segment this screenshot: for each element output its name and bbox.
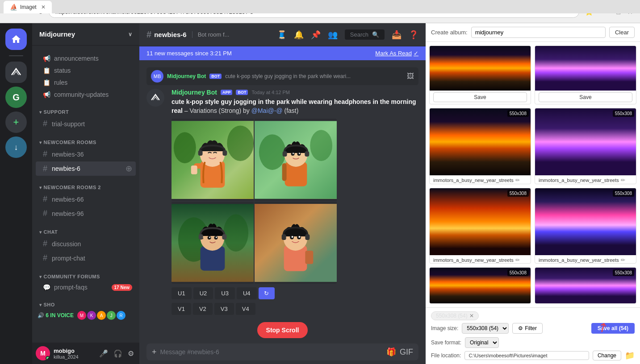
- channel-prompt-chat[interactable]: # prompt-chat: [36, 251, 136, 265]
- browser-tab[interactable]: ⛵ Imaget ✕: [4, 1, 52, 13]
- message-input[interactable]: [160, 348, 383, 356]
- u1-button[interactable]: U1: [172, 287, 192, 299]
- u3-button[interactable]: U3: [215, 287, 235, 299]
- section-newcomer-label[interactable]: NEWCOMER ROOMS: [32, 138, 139, 147]
- hash-icon: #: [43, 194, 47, 204]
- inbox-icon[interactable]: 📥: [392, 30, 402, 40]
- size-chip-remove[interactable]: ✕: [469, 313, 474, 319]
- new-messages-banner[interactable]: 11 new messages since 3:21 PM Mark As Re…: [139, 46, 426, 60]
- u2-button[interactable]: U2: [193, 287, 213, 299]
- hash-icon: #: [43, 253, 47, 263]
- image-cell-3[interactable]: [172, 202, 254, 284]
- svg-point-17: [293, 153, 294, 154]
- attach-button[interactable]: +: [152, 347, 157, 357]
- channel-section-forums: COMMUNITY FORUMS 💬 prompt-faqs 17 New: [32, 272, 139, 293]
- help-icon[interactable]: ❓: [409, 30, 418, 40]
- gift-button[interactable]: 🎁: [386, 347, 396, 357]
- edit-icon-4[interactable]: ✏: [621, 257, 625, 263]
- folder-button[interactable]: 📁: [625, 351, 635, 360]
- image-cell-2[interactable]: [255, 119, 337, 201]
- channel-newbies-6[interactable]: # newbies-6 ⊕: [36, 161, 136, 176]
- change-button[interactable]: Change: [593, 351, 621, 360]
- image-cell-1[interactable]: [172, 119, 254, 201]
- message-timestamp: Today at 4:12 PM: [251, 90, 290, 95]
- v4-button[interactable]: V4: [236, 303, 255, 315]
- refresh-button[interactable]: ↻: [259, 287, 275, 299]
- filter-button[interactable]: ⚙ Filter: [512, 323, 543, 334]
- clear-button[interactable]: Clear: [609, 27, 635, 38]
- pin-icon[interactable]: 📌: [311, 30, 321, 40]
- preview-message-text: cute k-pop style guy jogging in the park…: [225, 73, 351, 79]
- channel-trial-support[interactable]: # trial-support: [36, 117, 136, 131]
- section-support-label[interactable]: SUPPORT: [32, 108, 139, 116]
- image-footer-2: immotors_a_busy_new_year_streets ✏ Save: [535, 175, 636, 184]
- channel-community-updates[interactable]: 📢 community-updates: [36, 89, 136, 100]
- members-icon[interactable]: 👥: [328, 30, 338, 40]
- notification-icon[interactable]: 🔔: [294, 30, 304, 40]
- channel-discussion[interactable]: # discussion: [36, 237, 136, 251]
- channel-newbies-36[interactable]: # newbies-36: [36, 147, 136, 161]
- thread-icon[interactable]: 🧵: [277, 30, 287, 40]
- mention-tag[interactable]: @Mai@-@: [251, 107, 283, 114]
- server-header[interactable]: Midjourney ∨: [32, 23, 139, 46]
- server-midjourney[interactable]: [5, 62, 27, 83]
- channel-sidebar: Midjourney ∨ 📢 announcements 📋 status 📋 …: [32, 23, 139, 364]
- svg-rect-7: [191, 165, 197, 174]
- file-path-input[interactable]: [464, 351, 589, 360]
- tab-close-icon[interactable]: ✕: [41, 4, 46, 10]
- message-author: Midjourney Bot: [172, 89, 217, 96]
- mute-button[interactable]: 🎤: [97, 347, 110, 360]
- image-cell-4[interactable]: [255, 202, 337, 284]
- channel-prompt-faqs[interactable]: 💬 prompt-faqs 17 New: [36, 281, 136, 293]
- image-card-5: 550x308: [429, 267, 531, 304]
- settings-button[interactable]: ⚙: [126, 347, 136, 360]
- v3-button[interactable]: V3: [214, 303, 234, 315]
- server-home[interactable]: [5, 29, 27, 50]
- section-chat-label[interactable]: CHAT: [32, 228, 139, 236]
- channel-announcements[interactable]: 📢 announcements: [36, 53, 136, 64]
- message-content: Midjourney Bot APP BOT Today at 4:12 PM …: [172, 89, 418, 315]
- v2-button[interactable]: V2: [193, 303, 213, 315]
- image-card-6: 550x308: [535, 267, 636, 304]
- save-button-top-2[interactable]: Save: [539, 92, 632, 102]
- section-sho-label[interactable]: SHO: [32, 300, 139, 309]
- image-size-select[interactable]: 550x308 (54): [462, 323, 509, 334]
- tab-title: Imaget: [20, 4, 37, 10]
- stop-scroll-button[interactable]: Stop Scroll: [257, 322, 308, 338]
- edit-icon-2[interactable]: ✏: [621, 177, 625, 183]
- hash-icon: #: [43, 149, 47, 159]
- section-newcomer2-label[interactable]: NEWCOMER ROOMS 2: [32, 183, 139, 192]
- edit-icon-3[interactable]: ✏: [515, 257, 520, 263]
- edit-icon[interactable]: ✏: [515, 177, 520, 183]
- main-content: # newbies-6 Bot room f... 🧵 🔔 📌 👥 Search…: [139, 23, 426, 364]
- channel-newbies-96[interactable]: # newbies-96: [36, 207, 136, 220]
- save-format-select[interactable]: Original: [465, 337, 499, 348]
- gif-button[interactable]: GIF: [400, 347, 413, 357]
- image-size-badge-3: 550x308: [507, 190, 529, 197]
- u4-button[interactable]: U4: [237, 287, 257, 299]
- new-messages-text: 11 new messages since 3:21 PM: [146, 50, 232, 57]
- save-format-row: Save format: Original: [431, 337, 635, 348]
- save-button-top-1[interactable]: Save: [433, 92, 527, 102]
- server-add[interactable]: +: [5, 112, 27, 133]
- server-green[interactable]: G: [5, 87, 27, 108]
- server-download[interactable]: ↓: [5, 136, 27, 158]
- svg-point-24: [223, 214, 248, 252]
- image-footer-3: immotors_a_busy_new_year_streets ✏ Save: [430, 255, 531, 264]
- channel-newbies-96-label: newbies-96: [52, 210, 84, 217]
- mark-as-read-button[interactable]: Mark As Read ✓: [375, 50, 418, 57]
- album-input[interactable]: [471, 27, 606, 38]
- deafen-button[interactable]: 🎧: [112, 347, 124, 360]
- channel-section-support: SUPPORT # trial-support: [32, 108, 139, 131]
- search-box[interactable]: Search 🔍: [345, 29, 385, 40]
- add-member-icon[interactable]: ⊕: [125, 164, 132, 174]
- channel-rules[interactable]: 📋 rules: [36, 77, 136, 88]
- message-header: Midjourney Bot APP BOT Today at 4:12 PM: [172, 89, 418, 96]
- v1-button[interactable]: V1: [172, 303, 191, 315]
- input-section: Stop Scroll + 🎁 GIF: [139, 318, 426, 360]
- section-forums-label[interactable]: COMMUNITY FORUMS: [32, 272, 139, 281]
- channel-status[interactable]: 📋 status: [36, 65, 136, 76]
- svg-rect-31: [199, 234, 203, 240]
- channel-newbies-66[interactable]: # newbies-66: [36, 192, 136, 206]
- image-size-badge: 550x308: [507, 110, 529, 117]
